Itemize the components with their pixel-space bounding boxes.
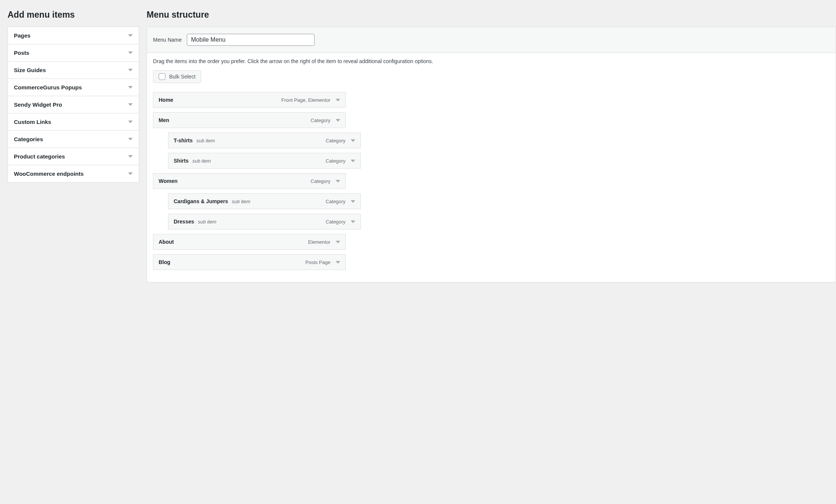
accordion-item[interactable]: Custom Links: [8, 113, 139, 131]
menu-item-right: Category: [326, 199, 355, 204]
bulk-select-label: Bulk Select: [169, 74, 195, 80]
menu-tree: HomeFront Page, ElementorMenCategoryT-sh…: [153, 92, 363, 270]
sub-item-label: sub item: [232, 199, 250, 204]
menu-item-title: Shirts: [174, 158, 189, 164]
menu-item-type: Posts Page: [306, 260, 331, 265]
menu-item-title: Men: [159, 117, 169, 123]
add-items-accordion: PagesPostsSize GuidesCommerceGurus Popup…: [8, 27, 139, 183]
menu-item-left: About: [159, 239, 174, 245]
menu-item-right: Elementor: [308, 239, 340, 245]
accordion-item-label: Custom Links: [14, 119, 51, 125]
menu-structure-heading: Menu structure: [147, 10, 836, 20]
menu-item[interactable]: MenCategory: [153, 112, 346, 128]
menu-item[interactable]: BlogPosts Page: [153, 254, 346, 270]
add-items-heading: Add menu items: [8, 10, 139, 20]
menu-item[interactable]: T-shirtssub itemCategory: [168, 133, 361, 148]
menu-item[interactable]: Cardigans & Jumperssub itemCategory: [168, 193, 361, 209]
chevron-down-icon[interactable]: [351, 139, 355, 142]
accordion-item-label: Posts: [14, 50, 29, 56]
menu-item-title: About: [159, 239, 174, 245]
accordion-item[interactable]: CommerceGurus Popups: [8, 79, 139, 96]
menu-item[interactable]: AboutElementor: [153, 234, 346, 250]
chevron-down-icon: [128, 121, 133, 123]
instructions-text: Drag the items into the order you prefer…: [153, 58, 830, 64]
accordion-item-label: Categories: [14, 136, 43, 142]
chevron-down-icon[interactable]: [336, 241, 340, 243]
chevron-down-icon: [128, 69, 133, 71]
accordion-item-label: Size Guides: [14, 67, 46, 73]
menu-item-title: Home: [159, 97, 173, 103]
menu-item-title: Blog: [159, 259, 170, 265]
chevron-down-icon[interactable]: [351, 200, 355, 203]
chevron-down-icon: [128, 103, 133, 106]
menu-item-right: Category: [326, 158, 355, 164]
sub-item-label: sub item: [198, 219, 217, 225]
menu-item[interactable]: WomenCategory: [153, 173, 346, 189]
menu-item-type: Category: [326, 158, 345, 164]
chevron-down-icon[interactable]: [336, 99, 340, 101]
menu-item-type: Category: [326, 199, 345, 204]
menu-item-left: Blog: [159, 259, 170, 265]
menu-item-left: Cardigans & Jumperssub item: [174, 198, 250, 204]
menu-item-type: Elementor: [308, 239, 330, 245]
menu-item-title: T-shirts: [174, 137, 193, 143]
menu-item-right: Category: [326, 219, 355, 225]
menu-item-type: Front Page, Elementor: [281, 97, 330, 103]
chevron-down-icon: [128, 51, 133, 54]
menu-structure-panel: Menu Name Drag the items into the order …: [147, 27, 836, 282]
menu-item-left: T-shirtssub item: [174, 137, 215, 143]
menu-item-right: Posts Page: [306, 260, 341, 265]
accordion-item[interactable]: Posts: [8, 44, 139, 62]
menu-item-left: Dressessub item: [174, 219, 217, 225]
menu-item-type: Category: [310, 178, 330, 184]
bulk-select-checkbox[interactable]: [159, 73, 165, 80]
menu-item-left: Men: [159, 117, 169, 123]
menu-name-input[interactable]: [187, 34, 315, 46]
accordion-item-label: Sendy Widget Pro: [14, 101, 62, 108]
bulk-select-toggle[interactable]: Bulk Select: [153, 70, 201, 83]
accordion-item[interactable]: Product categories: [8, 148, 139, 165]
menu-item[interactable]: HomeFront Page, Elementor: [153, 92, 346, 108]
chevron-down-icon[interactable]: [351, 160, 355, 162]
menu-name-label: Menu Name: [153, 37, 182, 43]
sub-item-label: sub item: [192, 158, 211, 164]
menu-item-left: Women: [159, 178, 177, 184]
accordion-item[interactable]: Size Guides: [8, 62, 139, 79]
menu-item-right: Front Page, Elementor: [281, 97, 340, 103]
menu-item-type: Category: [310, 118, 330, 123]
menu-item-right: Category: [310, 118, 340, 123]
chevron-down-icon: [128, 138, 133, 140]
chevron-down-icon: [128, 172, 133, 175]
chevron-down-icon: [128, 155, 133, 158]
menu-item-left: Shirtssub item: [174, 158, 211, 164]
chevron-down-icon[interactable]: [351, 220, 355, 223]
menu-item-right: Category: [326, 138, 355, 143]
chevron-down-icon[interactable]: [336, 119, 340, 122]
menu-item-right: Category: [310, 178, 340, 184]
sub-item-label: sub item: [197, 138, 215, 143]
accordion-item-label: Pages: [14, 32, 30, 39]
accordion-item-label: WooCommerce endpoints: [14, 171, 84, 177]
accordion-item[interactable]: Sendy Widget Pro: [8, 96, 139, 113]
menu-structure-header: Menu Name: [147, 27, 836, 53]
menu-item-left: Home: [159, 97, 173, 103]
menu-item-type: Category: [326, 219, 345, 225]
accordion-item-label: CommerceGurus Popups: [14, 84, 82, 91]
chevron-down-icon: [128, 86, 133, 89]
chevron-down-icon: [128, 34, 133, 37]
menu-item[interactable]: Dressessub itemCategory: [168, 214, 361, 229]
chevron-down-icon[interactable]: [336, 261, 340, 264]
menu-item-type: Category: [326, 138, 345, 143]
menu-item[interactable]: Shirtssub itemCategory: [168, 153, 361, 169]
menu-item-title: Dresses: [174, 219, 194, 225]
accordion-item[interactable]: WooCommerce endpoints: [8, 165, 139, 182]
chevron-down-icon[interactable]: [336, 180, 340, 183]
accordion-item-label: Product categories: [14, 153, 65, 160]
accordion-item[interactable]: Pages: [8, 27, 139, 44]
menu-item-title: Cardigans & Jumpers: [174, 198, 228, 204]
accordion-item[interactable]: Categories: [8, 131, 139, 148]
menu-item-title: Women: [159, 178, 177, 184]
